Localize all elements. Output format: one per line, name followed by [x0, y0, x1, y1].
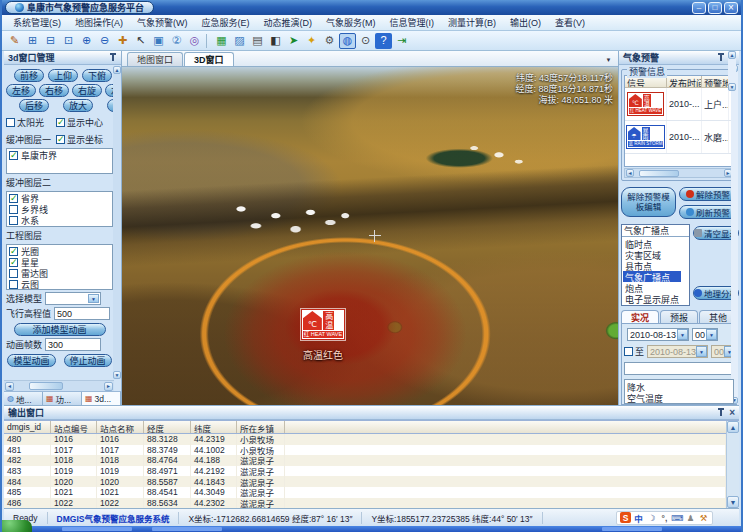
dropdown-arrow-icon[interactable]: [88, 294, 99, 303]
warning-column-header[interactable]: 预警地区: [702, 76, 729, 87]
warning-row[interactable]: ☂ 暴雨 蓝 RAIN STORM 2010-... 水磨...: [625, 121, 733, 154]
basemap-icon[interactable]: ▦: [213, 33, 230, 49]
help-icon[interactable]: ?: [375, 33, 392, 49]
eye-icon[interactable]: ⊙: [357, 33, 374, 49]
project-layers-list[interactable]: 光圈星星雷达图云图: [6, 244, 113, 290]
start-button[interactable]: [2, 520, 32, 532]
weather-elements-list[interactable]: 降水空气温度最高温度最低温度地表温度: [624, 379, 734, 404]
export-icon[interactable]: ⇥: [393, 33, 410, 49]
buffer-layer1-list[interactable]: 阜康市界: [6, 148, 113, 174]
point-type-combo[interactable]: 气象广播点 临时点灾害区域县市点气象广播点炮点电子显示屏点: [621, 224, 690, 306]
nav-button[interactable]: 前移: [14, 69, 44, 82]
key-icon[interactable]: ✦: [303, 33, 320, 49]
output-column-header[interactable]: dmgis_id: [4, 421, 51, 433]
layer-item[interactable]: 云图: [9, 279, 104, 289]
zoom-box-free-icon[interactable]: ⊡: [60, 33, 77, 49]
menu-item[interactable]: 系统管理(S): [6, 14, 68, 31]
sogou-icon[interactable]: S: [620, 512, 631, 523]
layer-item[interactable]: 水系: [9, 215, 110, 225]
full-extent-icon[interactable]: ▣: [150, 33, 167, 49]
dropdown-arrow-icon[interactable]: [677, 329, 688, 340]
output-column-header[interactable]: 站点名称: [97, 421, 144, 433]
start-hour-select[interactable]: 00: [692, 328, 718, 341]
show-center-checkbox[interactable]: 显示中心: [56, 116, 113, 129]
point-type-option[interactable]: 炮点: [623, 282, 681, 293]
add-model-animation-button[interactable]: 添加模型动画: [14, 323, 106, 336]
toolbox-icon[interactable]: ⚒: [698, 512, 709, 523]
pan-icon[interactable]: ✚: [114, 33, 131, 49]
remove-warning-button[interactable]: 解除预警: [679, 187, 737, 201]
identify-icon[interactable]: ◎: [186, 33, 203, 49]
warning-column-header[interactable]: 发布时间: [667, 76, 702, 87]
station-row[interactable]: 48510211021 88.454144.3049滋泥泉子: [4, 487, 726, 498]
show-coords-checkbox[interactable]: 显示坐标: [56, 133, 113, 146]
output-column-header[interactable]: 经度: [144, 421, 191, 433]
person-icon[interactable]: ♟: [685, 512, 696, 523]
point-type-option[interactable]: 灾害区域: [623, 249, 681, 260]
map-window-tab[interactable]: 3D窗口: [184, 52, 234, 66]
weather-element-item[interactable]: 降水: [627, 381, 724, 392]
settings-icon[interactable]: ⚙: [321, 33, 338, 49]
point-type-option[interactable]: 县市点: [623, 260, 681, 271]
restore-button[interactable]: [708, 2, 722, 14]
point-type-option[interactable]: 临时点: [623, 238, 681, 249]
menu-item[interactable]: 气象预警(W): [130, 14, 195, 31]
pin-icon[interactable]: [109, 53, 117, 62]
layer-item[interactable]: 乡界线: [9, 204, 110, 214]
nav-button[interactable]: 放大: [63, 99, 93, 112]
point-type-option[interactable]: 电子显示屏点: [623, 293, 681, 304]
menu-item[interactable]: 气象服务(M): [319, 14, 383, 31]
point-type-option[interactable]: 气象广播点: [623, 271, 681, 282]
frame-count-input[interactable]: [45, 338, 101, 351]
scroll-up-icon[interactable]: [727, 421, 739, 433]
scrollbar-thumb[interactable]: [29, 382, 63, 390]
condition-tab[interactable]: 预报: [660, 310, 698, 323]
previous-extent-icon[interactable]: ②: [168, 33, 185, 49]
zoom-box-out-icon[interactable]: ⊟: [42, 33, 59, 49]
taskbar-button[interactable]: [152, 527, 222, 531]
to-checkbox[interactable]: 至: [624, 345, 644, 358]
nav-button[interactable]: 上仰: [48, 69, 78, 82]
output-vertical-scrollbar[interactable]: [726, 421, 739, 508]
station-row[interactable]: 48210181018 88.476444.188滋泥泉子: [4, 455, 726, 466]
terrain-3d-view[interactable]: 纬度: 43度57分18.117秒 经度: 88度18分14.871秒 海拔: …: [122, 67, 618, 405]
refresh-warning-button[interactable]: 刷新预警: [679, 205, 737, 219]
nav-button[interactable]: 后移: [19, 99, 49, 112]
pin-icon[interactable]: [717, 408, 725, 417]
zoom-box-in-icon[interactable]: ⊞: [24, 33, 41, 49]
heat-warning-marker[interactable]: ℃ 高温 红 HEAT WAVE 高温红色: [285, 309, 361, 362]
nav-button[interactable]: 右旋: [72, 84, 102, 97]
warning-row[interactable]: ℃ 高温 红 HEAT WAVE 2010-... 上户...: [625, 88, 733, 121]
fly-route-icon[interactable]: ➤: [285, 33, 302, 49]
menu-item[interactable]: 地图操作(A): [68, 14, 130, 31]
tab-list-dropdown-icon[interactable]: [604, 56, 613, 64]
scroll-down-icon[interactable]: [113, 371, 121, 379]
nav-button[interactable]: 左移: [6, 84, 36, 97]
weather-element-item[interactable]: 最高温度: [627, 403, 724, 404]
end-date-select[interactable]: 2010-08-13: [647, 345, 708, 358]
layer-item[interactable]: 阜康市界: [9, 150, 110, 160]
pin-icon[interactable]: [717, 53, 725, 62]
close-panel-icon[interactable]: [729, 407, 735, 418]
layer-item[interactable]: 光圈: [9, 246, 104, 256]
nav-button[interactable]: 下俯: [82, 69, 112, 82]
menu-item[interactable]: 测量计算(B): [441, 14, 503, 31]
soft-keyboard-icon[interactable]: ⌨: [672, 512, 683, 523]
minimize-button[interactable]: [692, 2, 706, 14]
nav-button[interactable]: 右移: [39, 84, 69, 97]
combo-scrollbar[interactable]: [731, 65, 738, 404]
vehicle-icon[interactable]: ◧: [267, 33, 284, 49]
stop-animation-button[interactable]: 停止动画: [64, 354, 112, 367]
panel-tab[interactable]: ▦3d...: [82, 392, 121, 405]
model-animation-button[interactable]: 模型动画: [7, 354, 55, 367]
station-row[interactable]: 48310191019 88.497144.2192滋泥泉子: [4, 466, 726, 477]
station-row[interactable]: 48610221022 88.563444.2302滋泥泉子: [4, 498, 726, 508]
dropdown-arrow-icon[interactable]: [696, 346, 707, 357]
left-panel-horizontal-scrollbar[interactable]: [4, 380, 114, 391]
dropdown-arrow-icon[interactable]: [706, 329, 717, 340]
warning-table-horizontal-scrollbar[interactable]: [624, 168, 734, 178]
start-date-select[interactable]: 2010-08-13: [627, 328, 689, 341]
output-column-header[interactable]: 站点编号: [51, 421, 97, 433]
output-column-header[interactable]: 所在乡镇: [237, 421, 285, 433]
layer-item[interactable]: 雷达图: [9, 268, 104, 278]
